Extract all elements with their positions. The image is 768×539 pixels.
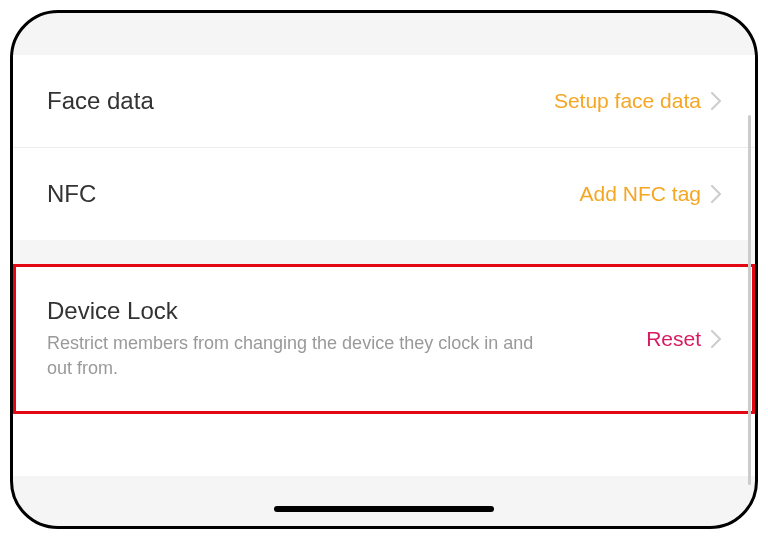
device-lock-left: Device Lock Restrict members from changi… bbox=[47, 297, 646, 381]
home-indicator[interactable] bbox=[274, 506, 494, 512]
nfc-action-label: Add NFC tag bbox=[580, 182, 701, 206]
scrollbar[interactable] bbox=[748, 115, 751, 485]
device-lock-row[interactable]: Device Lock Restrict members from changi… bbox=[13, 264, 755, 414]
face-data-action[interactable]: Setup face data bbox=[554, 89, 721, 113]
nfc-row[interactable]: NFC Add NFC tag bbox=[13, 148, 755, 240]
face-data-title: Face data bbox=[47, 87, 554, 115]
chevron-right-icon bbox=[711, 92, 721, 110]
section-spacer bbox=[13, 240, 755, 264]
settings-list: Face data Setup face data NFC Add NFC ta… bbox=[13, 55, 755, 476]
chevron-right-icon bbox=[711, 330, 721, 348]
chevron-right-icon bbox=[711, 185, 721, 203]
device-frame: Face data Setup face data NFC Add NFC ta… bbox=[10, 10, 758, 529]
face-data-row[interactable]: Face data Setup face data bbox=[13, 55, 755, 148]
device-lock-action[interactable]: Reset bbox=[646, 327, 721, 351]
device-lock-action-label: Reset bbox=[646, 327, 701, 351]
nfc-action[interactable]: Add NFC tag bbox=[580, 182, 721, 206]
device-lock-description: Restrict members from changing the devic… bbox=[47, 331, 547, 381]
nfc-title: NFC bbox=[47, 180, 580, 208]
nfc-left: NFC bbox=[47, 180, 580, 208]
face-data-left: Face data bbox=[47, 87, 554, 115]
face-data-action-label: Setup face data bbox=[554, 89, 701, 113]
device-lock-title: Device Lock bbox=[47, 297, 646, 325]
